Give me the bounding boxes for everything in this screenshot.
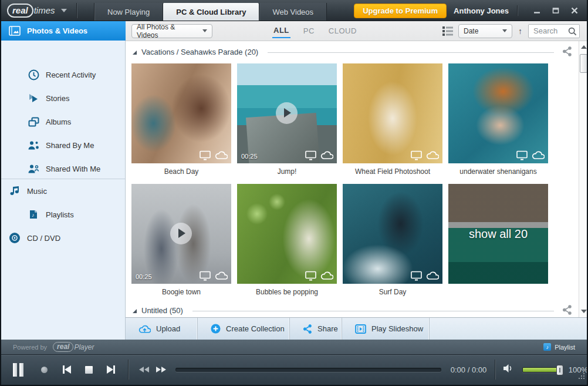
record-button[interactable] (41, 367, 48, 373)
player-controls: 0:00 / 0:00 100% (0, 355, 588, 384)
show-all-label[interactable]: show all 20 (448, 227, 548, 241)
close-button[interactable] (567, 5, 582, 16)
volume-icon[interactable] (502, 363, 514, 376)
photo-caption: Beach Day (131, 163, 231, 179)
sidebar-item-stories[interactable]: Stories (1, 88, 126, 108)
realtimes-logo-menu[interactable]: real times (7, 4, 67, 18)
tab-now-playing[interactable]: Now Playing (94, 3, 163, 21)
rewind-button[interactable] (139, 367, 149, 372)
content-scrollbar[interactable] (579, 41, 588, 317)
minimize-button[interactable] (529, 5, 545, 16)
photo-caption: Boogie town (131, 284, 231, 300)
previous-button[interactable] (63, 365, 71, 374)
media-tile-jump[interactable]: 00:25 Jump! (237, 63, 337, 179)
storage-badges (410, 150, 439, 160)
scope-tab-cloud[interactable]: CLOUD (327, 24, 358, 38)
photo-thumbnail[interactable] (343, 184, 442, 284)
photo-thumbnail[interactable] (237, 184, 337, 284)
collapse-section-icon[interactable] (133, 309, 137, 313)
search-icon[interactable] (568, 27, 577, 38)
media-tile-boogie-town[interactable]: 00:25 Boogie town (131, 184, 231, 300)
sidebar-item-recent-activity[interactable]: Recent Activity (1, 65, 126, 85)
sidebar: Photos & Videos Recent Activity Stories (1, 21, 126, 340)
maximize-button[interactable] (548, 5, 563, 16)
sidebar-item-music[interactable]: Music (1, 181, 126, 201)
scroll-down-icon[interactable] (581, 310, 587, 313)
sidebar-item-label: Albums (46, 118, 71, 126)
sidebar-item-albums[interactable]: Albums (1, 112, 126, 132)
user-name[interactable]: Anthony Jones (454, 6, 509, 15)
video-thumbnail[interactable]: 00:25 (237, 63, 337, 163)
collapse-section-icon[interactable] (133, 51, 137, 55)
cloud-icon (532, 150, 545, 160)
scope-tab-all[interactable]: ALL (272, 24, 290, 38)
stop-icon (85, 366, 93, 374)
share-icon (303, 324, 312, 334)
sort-dropdown[interactable]: Date (458, 24, 512, 38)
cloud-icon (215, 150, 228, 160)
tab-pc-cloud-library[interactable]: PC & Cloud Library (163, 3, 259, 21)
next-button[interactable] (107, 365, 115, 374)
pc-icon (199, 271, 211, 281)
pause-button[interactable] (13, 363, 23, 377)
photo-caption (448, 284, 548, 300)
resize-grip[interactable] (577, 372, 586, 382)
volume-slider[interactable] (522, 367, 563, 372)
share-button[interactable]: Share (290, 318, 342, 340)
media-tile-underwater[interactable]: underwater shenanigans (448, 63, 548, 179)
photo-thumbnail[interactable] (131, 63, 231, 163)
show-all-thumbnail[interactable]: show all 20 (448, 184, 548, 284)
logo-player: Player (74, 343, 94, 351)
sort-dropdown-value: Date (464, 27, 478, 35)
controls-divider (495, 360, 495, 380)
play-icon[interactable] (276, 102, 298, 124)
video-thumbnail[interactable]: 00:25 (131, 184, 231, 284)
section-header-vacations: Vacations / Seahawks Parade (20) (126, 41, 579, 59)
media-tile-surf-day[interactable]: Surf Day (343, 184, 442, 300)
sidebar-item-label: Shared With Me (46, 165, 100, 173)
upgrade-premium-button[interactable]: Upgrade to Premium (354, 4, 447, 18)
main-tabs: Now Playing PC & Cloud Library Web Video… (94, 3, 327, 21)
sort-ascending-icon[interactable]: ↑ (518, 26, 522, 36)
titlebar-divider (76, 3, 77, 18)
sidebar-item-playlists[interactable]: ♪ Playlists (1, 204, 126, 224)
logo-real: real (7, 4, 33, 18)
share-section-icon[interactable] (562, 46, 573, 57)
media-tile-wheat-field[interactable]: Wheat Field Photoshoot (343, 63, 442, 179)
media-tile-bubbles[interactable]: Bubbles be popping (237, 184, 337, 300)
tab-web-videos[interactable]: Web Videos (259, 3, 327, 21)
sidebar-item-photos-videos[interactable]: Photos & Videos (1, 21, 126, 41)
media-tile-beach-day[interactable]: Beach Day (131, 63, 231, 179)
powered-by-label: Powered by (13, 344, 47, 351)
sidebar-item-shared-with-me[interactable]: Shared With Me (1, 159, 126, 179)
stop-button[interactable] (85, 366, 93, 374)
playlist-toggle[interactable]: ♪ Playlist (543, 343, 575, 351)
sidebar-item-cd-dvd[interactable]: CD / DVD (1, 228, 126, 248)
photo-caption: Jump! (237, 163, 337, 179)
sidebar-item-shared-by-me[interactable]: Shared By Me (1, 135, 126, 155)
photo-thumbnail[interactable] (448, 63, 548, 163)
cloud-icon (215, 271, 228, 280)
play-slideshow-button[interactable]: Play Slideshow (342, 318, 430, 340)
photo-thumbnail[interactable] (343, 63, 442, 163)
share-section-icon[interactable] (562, 305, 573, 315)
show-all-tile[interactable]: show all 20 (448, 184, 548, 300)
scrollbar-thumb[interactable] (580, 54, 587, 73)
storage-badges (410, 271, 439, 281)
fast-forward-button[interactable] (156, 367, 166, 372)
shared-with-me-icon (27, 162, 40, 175)
create-collection-label: Create Collection (226, 324, 285, 333)
upload-button[interactable]: Upload (126, 318, 198, 340)
scroll-up-icon[interactable] (581, 45, 587, 49)
controls-divider (128, 360, 129, 380)
sidebar-item-label: Shared By Me (46, 141, 94, 150)
create-collection-button[interactable]: Create Collection (198, 318, 290, 340)
play-icon[interactable] (170, 223, 192, 244)
volume-handle[interactable] (556, 365, 563, 375)
list-view-icon[interactable] (442, 26, 454, 36)
filter-dropdown[interactable]: All Photos & Videos (131, 24, 212, 38)
scope-tab-pc[interactable]: PC (302, 24, 316, 38)
seek-bar[interactable] (175, 368, 441, 372)
storage-badges (199, 150, 228, 160)
app-window: real times Now Playing PC & Cloud Librar… (0, 0, 588, 386)
